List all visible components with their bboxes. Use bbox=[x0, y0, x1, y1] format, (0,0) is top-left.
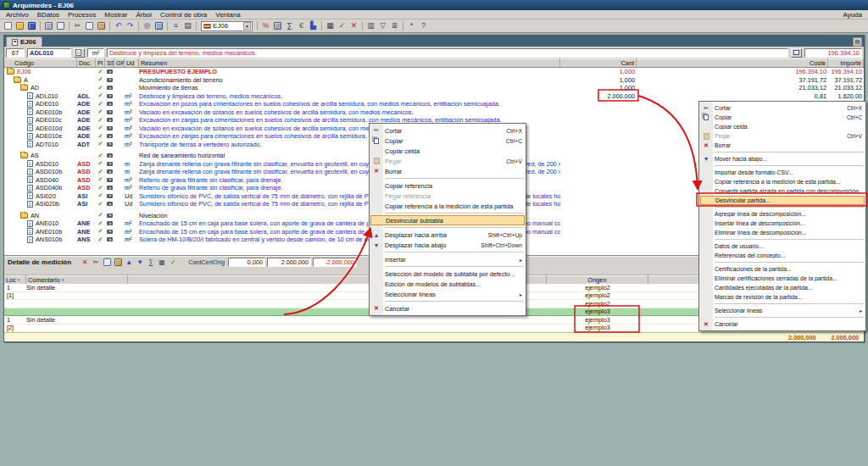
combo-dropdown-icon[interactable]: ▾ bbox=[243, 22, 251, 30]
tab-list-button[interactable] bbox=[853, 37, 862, 47]
menu-arbol[interactable]: Árbol bbox=[131, 10, 156, 19]
settings-icon[interactable]: * bbox=[406, 20, 417, 31]
budget-row-ad[interactable]: AD✓Movimiento de tierras1,00021.033,1221… bbox=[4, 84, 864, 92]
sum-icon[interactable]: ∑ bbox=[146, 258, 156, 268]
header-comentario[interactable]: Comentario bbox=[26, 275, 128, 284]
search-icon[interactable]: ◎ bbox=[142, 20, 153, 31]
header-pl[interactable]: Pl bbox=[96, 58, 105, 67]
redo-icon[interactable]: ↷ bbox=[125, 20, 136, 31]
ctx-subtabla-desplazar-hacia-arriba[interactable]: ▲Desplazar hacia arribaShift+Ctrl+Up bbox=[370, 230, 526, 240]
ctx-partida-eliminar-linea-de-descomposicion[interactable]: Eliminar línea de descomposición... bbox=[699, 228, 865, 237]
ctx-subtabla-borrar[interactable]: ✕Borrar bbox=[370, 166, 526, 176]
copy-icon[interactable] bbox=[102, 258, 112, 268]
budget-row-a[interactable]: A✓Acondicionamiento del terreno1,00037.1… bbox=[4, 76, 864, 85]
subtable-icon[interactable]: ▦ bbox=[157, 258, 167, 268]
header-codigo[interactable]: Código bbox=[4, 58, 77, 67]
menu-bdatos[interactable]: BDatos bbox=[33, 10, 64, 19]
header-coste[interactable]: Coste bbox=[637, 58, 828, 67]
menu-mostrar[interactable]: Mostrar bbox=[100, 10, 131, 19]
ctx-partida-cancelar[interactable]: ✕Cancelar bbox=[699, 319, 865, 329]
ctx-partida-borrar[interactable]: ✕Borrar bbox=[699, 141, 865, 150]
ctx-partida-cortar[interactable]: ✂CortarCtrl+X bbox=[699, 103, 865, 113]
accept-icon[interactable]: ✓ bbox=[168, 258, 178, 268]
sum-icon[interactable]: ∑ bbox=[284, 20, 295, 31]
ctx-partida-datos-de-usuario[interactable]: Datos de usuario... bbox=[699, 241, 865, 251]
header-loc[interactable]: Loc bbox=[4, 275, 26, 284]
concept-number-field[interactable]: 67 bbox=[6, 48, 25, 58]
header-resumen[interactable]: Resumen bbox=[139, 58, 560, 67]
tree-view-icon[interactable]: ≡ bbox=[170, 20, 181, 31]
open-folder-icon[interactable] bbox=[14, 20, 25, 31]
budget-row-adl010[interactable]: ADL010ADL✓m²Desbroce y limpieza del terr… bbox=[4, 92, 864, 101]
print-icon[interactable] bbox=[43, 20, 54, 31]
ctx-subtabla-seleccionar-lineas[interactable]: Seleccionar líneas▸ bbox=[370, 289, 526, 299]
delete-line-icon[interactable]: ✕ bbox=[80, 258, 90, 268]
ctx-partida-insertar-linea-de-descomposicion[interactable]: Insertar línea de descomposición... bbox=[699, 219, 865, 228]
ctx-subtabla-desplazar-hacia-abajo[interactable]: ▼Desplazar hacia abajoShift+Ctrl+Down bbox=[370, 240, 526, 250]
tab-ej06[interactable]: EJ06 bbox=[6, 36, 42, 47]
ctx-subtabla-desvincular-subtabla[interactable]: Desvincular subtabla bbox=[370, 215, 525, 225]
header-gr[interactable]: GR bbox=[114, 58, 125, 67]
cut-icon[interactable]: ✂ bbox=[91, 258, 101, 268]
ctx-partida-copiar-celda[interactable]: Copiar celda bbox=[699, 122, 865, 131]
report-icon[interactable]: ≣ bbox=[389, 20, 400, 31]
ctx-subtabla-edicion-de-modelos-de-subtablas[interactable]: Edición de modelos de subtablas... bbox=[370, 279, 526, 289]
ctx-partida-cantidades-ejecutadas-de-la-partida[interactable]: Cantidades ejecutadas de la partida... bbox=[699, 283, 865, 292]
menu-archivo[interactable]: Archivo bbox=[2, 10, 33, 19]
concept-calc-button[interactable] bbox=[791, 48, 802, 58]
move-down-icon[interactable]: ▼ bbox=[135, 258, 145, 268]
ctx-partida-copiar[interactable]: CopiarCtrl+C bbox=[699, 113, 865, 122]
chart-icon[interactable]: ▙ bbox=[308, 20, 319, 31]
header-doc[interactable]: Doc. bbox=[77, 58, 96, 67]
new-document-icon[interactable] bbox=[3, 20, 14, 31]
ctx-partida-desvincular-partida[interactable]: Desvincular partida... bbox=[700, 196, 865, 205]
paste-icon[interactable] bbox=[113, 258, 123, 268]
save-icon[interactable] bbox=[26, 20, 37, 31]
delete-icon[interactable]: ✕ bbox=[348, 20, 359, 31]
ctx-subtabla-copiar[interactable]: CopiarCtrl+C bbox=[370, 136, 526, 146]
ctx-partida-seleccionar-lineas[interactable]: Seleccionar líneas▸ bbox=[699, 306, 865, 315]
ctx-partida-eliminar-certificaciones-cerradas-de-la-partida[interactable]: Eliminar certificaciones cerradas de la … bbox=[699, 274, 865, 283]
ctx-subtabla-copiar-referencia-a-la-medicion-de-esta-partida[interactable]: Copiar referencia a la medición de esta … bbox=[370, 201, 526, 211]
menu-control-de-obra[interactable]: Control de obra bbox=[156, 10, 211, 19]
ctx-partida-importar-desde-formato-csv[interactable]: Importar desde formato CSV... bbox=[699, 168, 865, 177]
list-view-icon[interactable]: ▤ bbox=[182, 20, 193, 31]
header-cant[interactable]: Cant bbox=[560, 58, 637, 67]
euro-icon[interactable]: € bbox=[296, 20, 307, 31]
ctx-partida-mover-hacia-abajo[interactable]: ▼Mover hacia abajo... bbox=[699, 154, 865, 164]
ctx-subtabla-seleccion-del-modelo-de-subtabla-por-defecto[interactable]: Selección del modelo de subtabla por def… bbox=[370, 269, 526, 279]
measurement-icon[interactable]: ▦ bbox=[325, 20, 336, 31]
database-icon[interactable] bbox=[153, 20, 164, 31]
header-ss[interactable]: SS bbox=[105, 58, 114, 67]
menu-ayuda[interactable]: Ayuda bbox=[838, 10, 866, 19]
filter-icon[interactable]: ▽ bbox=[377, 20, 388, 31]
ctx-partida-agregar-linea-de-descomposicion[interactable]: Agregar línea de descomposición... bbox=[699, 209, 865, 219]
menu-ventana[interactable]: Ventana bbox=[211, 10, 244, 19]
concept-info-button[interactable] bbox=[74, 48, 85, 58]
menu-procesos[interactable]: Procesos bbox=[64, 10, 100, 19]
calculator-icon[interactable] bbox=[272, 20, 283, 31]
concept-summary-field[interactable]: Desbroce y limpieza del terreno, medios … bbox=[107, 48, 788, 58]
ctx-partida-certificaciones-de-la-partida[interactable]: Certificaciones de la partida... bbox=[699, 264, 865, 274]
move-up-icon[interactable]: ▲ bbox=[124, 258, 134, 268]
budget-row-ej06[interactable]: EJ06✓PRESUPUESTO EJEMPLO1,000196.394,101… bbox=[4, 68, 864, 76]
header-ud[interactable]: Ud bbox=[125, 58, 139, 67]
help-icon[interactable]: ? bbox=[418, 20, 429, 31]
ctx-subtabla-cancelar[interactable]: ✕Cancelar bbox=[370, 303, 526, 313]
ctx-subtabla-copiar-celda[interactable]: Copiar celda bbox=[370, 146, 526, 156]
ctx-subtabla-cortar[interactable]: ✂CortarCtrl+X bbox=[370, 125, 526, 136]
ctx-subtabla-insertar[interactable]: Insertar▸ bbox=[370, 254, 526, 264]
cut-icon[interactable]: ✂ bbox=[72, 20, 83, 31]
header-origen[interactable]: Origen bbox=[547, 275, 648, 284]
ctx-subtabla-copiar-referencia[interactable]: Copiar referencia bbox=[370, 180, 526, 191]
ctx-partida-copiar-referencia-a-la-medicion-de-esta-partida[interactable]: Copiar referencia a la medición de esta … bbox=[699, 177, 865, 186]
project-combo[interactable]: EJ06▾ bbox=[201, 21, 253, 31]
undo-icon[interactable]: ↶ bbox=[113, 20, 124, 31]
paste-icon[interactable] bbox=[96, 20, 107, 31]
print-preview-icon[interactable] bbox=[55, 20, 66, 31]
header-importe[interactable]: Importe bbox=[828, 58, 864, 67]
ctx-partida-convertir-partida-alzada-en-partida-con-descomposicion[interactable]: Convertir partida alzada en partida con … bbox=[699, 186, 865, 196]
certification-icon[interactable]: ✓ bbox=[337, 20, 348, 31]
concept-unit-field[interactable]: m² bbox=[87, 48, 104, 58]
copy-icon[interactable] bbox=[84, 20, 95, 31]
